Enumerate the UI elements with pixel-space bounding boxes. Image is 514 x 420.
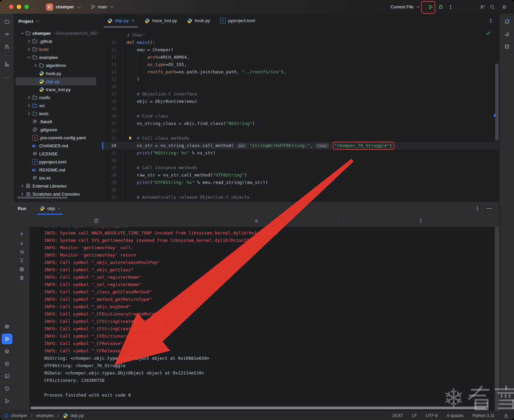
tab-list-more-button[interactable]: ⋮ [482,14,499,27]
editor-tab-hook-py[interactable]: hook.py [182,14,215,27]
python-packages-tool-button[interactable] [2,346,12,357]
tree-item-build[interactable]: build [14,45,102,53]
project-panel-header[interactable]: Project [14,14,102,28]
tree-chevron-icon[interactable] [19,191,25,197]
tree-item--github[interactable]: .github [14,37,102,45]
soft-wrap-button[interactable] [17,248,26,256]
tree-chevron-icon[interactable] [19,30,25,36]
project-tree-horizontal-scrollbar[interactable] [17,197,68,199]
rerun-button[interactable] [91,216,101,225]
zoom-window-button[interactable] [24,5,29,9]
close-window-button[interactable] [9,5,13,9]
code-editor[interactable]: 9 Sh4w * 10def main():11 emu = Chomper(1… [102,27,499,202]
tree-item-examples[interactable]: examples [14,53,102,61]
editor-tab-pyproject-toml[interactable]: Tpyproject.toml [215,14,260,27]
code-vision-author-hint[interactable]: Sh4w * [102,31,499,39]
scroll-up-button[interactable] [17,230,26,239]
tree-item-changes-md[interactable]: M↓CHANGES.md [14,142,102,150]
debug-button[interactable] [436,2,446,12]
line-separator-widget[interactable]: LF [412,413,417,418]
structure-tool-button[interactable] [2,59,12,70]
run-button[interactable] [426,2,436,12]
read-write-lock-icon[interactable] [504,413,509,418]
pull-requests-tool-button[interactable] [2,41,12,52]
run-configuration-selector[interactable]: Current File [391,4,421,10]
database-tool-button[interactable] [502,41,512,52]
tab-close-icon[interactable]: × [132,18,134,23]
code-line-14: 14 rootfs_path=os.path.join(base_path, "… [102,68,499,76]
search-everywhere-button[interactable] [487,2,497,12]
more-run-actions-button[interactable]: ⋮ [446,2,456,12]
run-console[interactable]: INFO: Call symbol "_objc_msgSend"INFO: S… [29,227,495,411]
breadcrumb[interactable]: chomper examples objc.py [0,413,84,418]
console-vertical-scrollbar[interactable] [495,227,499,411]
console-more-button[interactable]: ⋮ [416,216,426,225]
project-tool-button[interactable] [2,16,12,27]
tree-item--flake8[interactable]: .flake8 [14,118,102,126]
tree-item-tox-ini[interactable]: tox.ini [14,174,102,182]
problems-tool-button[interactable] [2,383,12,394]
tree-item--pre-commit-config-yaml[interactable]: Y.pre-commit-config.yaml [14,134,102,142]
tree-chevron-icon[interactable] [25,103,32,108]
tree-item-algorithms[interactable]: algorithms [14,61,102,69]
run-tab-objc[interactable]: objc × [37,202,63,215]
ai-assistant-tool-button[interactable] [502,29,512,40]
encoding-widget[interactable]: UTF-8 [426,413,438,418]
tree-chevron-icon[interactable] [25,55,32,60]
console-horizontal-scrollbar[interactable] [30,407,486,409]
settings-button[interactable] [499,2,509,12]
notifications-button[interactable] [502,16,512,27]
editor-vertical-scrollbar[interactable] [495,64,499,141]
more-tool-windows-button[interactable]: ··· [2,71,12,82]
version-control-tool-button[interactable] [2,396,12,406]
run-tab-close-icon[interactable]: × [58,206,60,211]
inspections-ok-icon[interactable] [486,30,491,36]
interpreter-widget[interactable]: Python 3.11 [472,413,495,418]
tree-chevron-icon[interactable] [25,47,32,52]
hide-tool-window-button[interactable]: — [487,205,492,211]
tree-item-chomper[interactable]: chomper~/Documents/IOS_RE/ [14,29,102,37]
intention-bulb-icon[interactable] [128,136,133,141]
clear-all-button[interactable] [17,274,26,282]
tree-chevron-icon[interactable] [25,111,32,116]
tree-chevron-icon[interactable] [25,95,32,100]
tree-item-objc-py[interactable]: objc.py [14,77,102,85]
scroll-down-button[interactable] [17,239,26,248]
code-with-me-button[interactable] [477,2,487,12]
tree-item-pyproject-toml[interactable]: Tpyproject.toml [14,158,102,166]
print-button[interactable] [17,265,26,274]
tree-item-trace-inst-py[interactable]: trace_inst.py [14,85,102,93]
stop-button[interactable] [252,216,261,225]
tree-chevron-spacer [25,127,32,132]
tree-item-license[interactable]: LICENSE [14,150,102,158]
tree-item-src[interactable]: src [14,101,102,110]
tree-item-rootfs[interactable]: rootfs [14,93,102,101]
tree-chevron-icon[interactable] [19,183,25,189]
run-tool-button[interactable] [2,334,12,344]
breadcrumb-folder[interactable]: examples [36,413,54,418]
editor-area[interactable]: objc.py×trace_inst.pyhook.pyTpyproject.t… [102,14,499,202]
tree-chevron-icon[interactable] [25,39,32,44]
problems-icon [4,386,10,391]
tree-item-hook-py[interactable]: hook.py [14,69,102,77]
run-panel-options-button[interactable]: ⋮ [475,205,480,211]
minimize-window-button[interactable] [17,5,21,9]
breadcrumb-project[interactable]: chomper [11,413,27,418]
tree-item-readme-md[interactable]: M↓README.md [14,166,102,174]
indent-widget[interactable]: 4 spaces [447,413,463,418]
tree-chevron-icon[interactable] [32,63,39,68]
editor-tab-objc-py[interactable]: objc.py× [102,14,139,27]
scroll-to-end-button[interactable] [17,256,26,265]
tree-item--gitignore[interactable]: .gitignore [14,126,102,134]
services-tool-button[interactable] [2,358,12,369]
branch-widget[interactable]: main [90,4,115,10]
project-widget[interactable]: C chomper [46,3,82,11]
python-console-tool-button[interactable] [2,321,12,332]
terminal-tool-button[interactable] [2,371,12,381]
commit-tool-button[interactable] [2,29,12,40]
caret-position-widget[interactable]: 24:87 [392,413,403,418]
editor-tab-trace-inst-py[interactable]: trace_inst.py [139,14,182,27]
tree-item-external-libraries[interactable]: External Libraries [14,182,102,190]
breadcrumb-file[interactable]: objc.py [70,413,84,418]
tree-item-tests[interactable]: tests [14,110,102,118]
